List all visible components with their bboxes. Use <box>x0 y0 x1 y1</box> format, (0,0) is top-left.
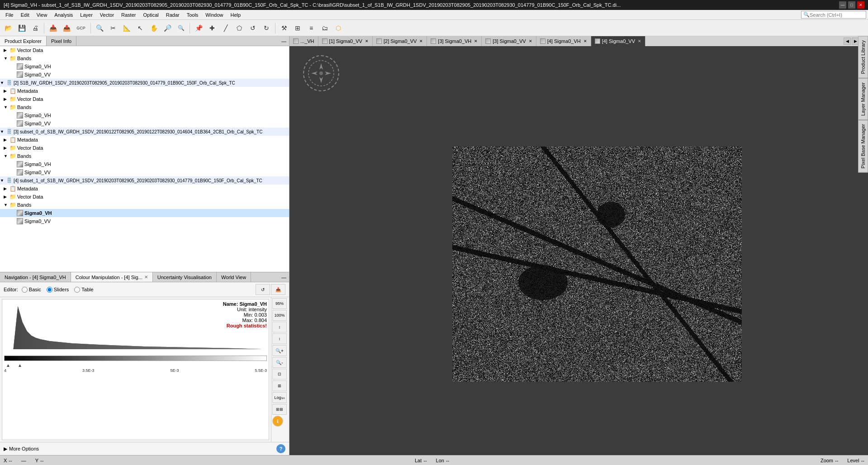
mid-triangle-icon[interactable]: ▲ <box>18 363 22 368</box>
tree-item-sigma-vh-2[interactable]: Sigma0_VH <box>0 111 289 119</box>
close-tab-3vh-icon[interactable]: ✕ <box>474 39 478 43</box>
zoom-in-button[interactable]: 🔎 <box>161 22 174 34</box>
tool1-button[interactable]: ⚒ <box>278 22 290 34</box>
select-button[interactable]: ↖ <box>134 22 147 34</box>
menu-help[interactable]: Help <box>227 11 244 19</box>
tab-world-view[interactable]: World View <box>217 272 251 282</box>
map-viewport[interactable] <box>289 46 868 455</box>
grid-button[interactable]: ⊞ <box>291 22 304 34</box>
tree-item-sigma-vh-1[interactable]: Sigma0_VH <box>0 62 289 71</box>
rotate-left-button[interactable]: ↺ <box>247 22 259 34</box>
gradient-slider[interactable] <box>4 356 267 361</box>
grid-tool-button[interactable]: ⊞⊞ <box>272 404 287 415</box>
tab-product-explorer[interactable]: Product Explorer <box>0 36 47 46</box>
menu-window[interactable]: Window <box>202 11 227 19</box>
tab-uncertainty-visualisation[interactable]: Uncertainty Visualisation <box>153 272 217 282</box>
side-tab-layer-manager[interactable]: Layer Manager <box>858 78 868 120</box>
zoom-in-hist-button[interactable]: 95% <box>272 298 287 309</box>
menu-radar[interactable]: Radar <box>162 11 183 19</box>
close-tab-4vv-icon[interactable]: ✕ <box>638 39 641 43</box>
zoom-hist-out-button[interactable]: 🔍- <box>272 357 287 368</box>
more-options-bar[interactable]: ▶ More Options ? <box>0 442 289 455</box>
radio-basic[interactable]: Basic <box>22 287 41 293</box>
open-button[interactable]: 📂 <box>2 22 14 34</box>
cm-import-button[interactable]: 📥 <box>271 284 285 295</box>
tab-navigation[interactable]: Navigation - [4] Sigma0_VH <box>0 272 71 282</box>
rotate-right-button[interactable]: ↻ <box>260 22 273 34</box>
tree-item-vectordata-3[interactable]: ▶ 📁 Vector Data <box>0 144 289 152</box>
close-tab-1-icon[interactable]: ✕ <box>365 39 369 43</box>
zoom-out-button[interactable]: 🔍 <box>175 22 187 34</box>
menu-raster[interactable]: Raster <box>118 11 139 19</box>
view-tab-1-vv[interactable]: [1] Sigma0_VV ✕ <box>318 36 373 46</box>
list-button[interactable]: ≡ <box>305 22 318 34</box>
gcp-button[interactable]: GCP <box>74 22 88 34</box>
panel-minimize-button[interactable]: — <box>279 38 289 45</box>
print-button[interactable]: 🖨 <box>29 22 42 34</box>
search-input[interactable] <box>810 12 864 18</box>
tree-item-sigma-vv-3[interactable]: Sigma0_VV <box>0 168 289 176</box>
zoom-hist-in-button[interactable]: 🔍+ <box>272 345 287 356</box>
tree-item-bands-2[interactable]: ▼ 📁 Bands <box>0 103 289 111</box>
shape-button[interactable]: ⬡ <box>332 22 345 34</box>
tree-item-sigma-vh-4-selected[interactable]: Sigma0_VH <box>0 209 289 217</box>
compass-widget[interactable] <box>303 55 339 91</box>
line-button[interactable]: ╱ <box>219 22 232 34</box>
tree-item-sigma-vv-4[interactable]: Sigma0_VV <box>0 217 289 225</box>
menu-analysis[interactable]: Analysis <box>51 11 76 19</box>
menu-file[interactable]: File <box>2 11 17 19</box>
tree-item-vectordata-4[interactable]: ▶ 📁 Vector Data <box>0 193 289 201</box>
tool-a-button[interactable]: ↕ <box>272 322 287 332</box>
log-button[interactable]: Log₁₀ <box>272 392 287 403</box>
left-triangle-icon[interactable]: ▲ <box>6 363 10 368</box>
tab-pixel-info[interactable]: Pixel Info <box>47 36 76 46</box>
tree-item-vectordata-2[interactable]: ▶ 📁 Vector Data <box>0 95 289 103</box>
view-tab-2-vv[interactable]: [2] Sigma0_VV ✕ <box>373 36 427 46</box>
tree-item-sigma-vh-3[interactable]: Sigma0_VH <box>0 160 289 168</box>
point-button[interactable]: ✚ <box>206 22 218 34</box>
tab-nav-left-button[interactable]: ◀ <box>844 38 851 45</box>
tree-item-sigma-vv-1[interactable]: Sigma0_VV <box>0 71 289 79</box>
search-box[interactable]: 🔍 <box>801 11 866 19</box>
tree-item-metadata-3[interactable]: ▶ 📋 Metadata <box>0 136 289 144</box>
fit-hist-button[interactable]: ⊡ <box>272 369 287 380</box>
tree-item-metadata-4[interactable]: ▶ 📋 Metadata <box>0 185 289 193</box>
view-tab-3-vh[interactable]: [3] Sigma0_VH ✕ <box>427 36 482 46</box>
tree-item-sigma-vv-2[interactable]: Sigma0_VV <box>0 119 289 128</box>
menu-optical[interactable]: Optical <box>139 11 162 19</box>
close-button[interactable]: ✕ <box>857 1 864 9</box>
tool-b-button[interactable]: ↕ <box>272 333 287 344</box>
view-tab-4-vv[interactable]: [4] Sigma0_VV ✕ <box>591 36 645 46</box>
help-button[interactable]: ? <box>276 444 285 453</box>
pin-button[interactable]: 📌 <box>192 22 205 34</box>
zoom-button[interactable]: 🔍 <box>93 22 106 34</box>
menu-tools[interactable]: Tools <box>183 11 202 19</box>
tree-item-vectordata-1[interactable]: ▶ 📁 Vector Data <box>0 46 289 54</box>
tree-item-metadata-2[interactable]: ▶ 📋 Metadata <box>0 87 289 95</box>
tree-item-dataset-4[interactable]: ▼ 🗄 [4] subset_1_of_S1B_IW_GRDH_1SDV_201… <box>0 176 289 185</box>
menu-edit[interactable]: Edit <box>17 11 33 19</box>
cm-reset-button[interactable]: ↺ <box>256 284 270 295</box>
side-tab-pixel-base-manager[interactable]: Pixel Base Manager <box>858 120 868 172</box>
radio-table[interactable]: Table <box>74 287 93 293</box>
info-button[interactable]: ℹ <box>272 416 283 427</box>
menu-vector[interactable]: Vector <box>96 11 118 19</box>
close-tab-3vv-icon[interactable]: ✕ <box>529 39 532 43</box>
view-tab-3-vv[interactable]: [3] Sigma0_VV ✕ <box>482 36 536 46</box>
bottom-panel-minimize-button[interactable]: — <box>279 274 289 281</box>
import-button[interactable]: 📥 <box>47 22 59 34</box>
menu-layer[interactable]: Layer <box>76 11 96 19</box>
view-tab-4-vh[interactable]: [4] Sigma0_VH ✕ <box>536 36 591 46</box>
close-colour-tab-icon[interactable]: ✕ <box>144 275 148 280</box>
tree-item-bands-4[interactable]: ▼ 📁 Bands <box>0 201 289 209</box>
close-tab-4vh-icon[interactable]: ✕ <box>583 39 587 43</box>
radio-sliders[interactable]: Sliders <box>47 287 69 293</box>
tree-item-dataset-3[interactable]: ▼ 🗄 [3] subset_0_of_S1B_IW_GRDH_1SDV_201… <box>0 128 289 136</box>
tree-item-dataset-2[interactable]: ▼ 🗄 [2] S1B_IW_GRDH_1SDV_20190203T082905… <box>0 79 289 87</box>
draw-button[interactable]: 📐 <box>120 22 133 34</box>
minimize-button[interactable]: — <box>839 1 846 9</box>
save-button[interactable]: 💾 <box>15 22 28 34</box>
view-tab-vh-prev[interactable]: ..._VH <box>289 36 318 46</box>
cut-button[interactable]: ✂ <box>107 22 119 34</box>
menu-view[interactable]: View <box>33 11 51 19</box>
